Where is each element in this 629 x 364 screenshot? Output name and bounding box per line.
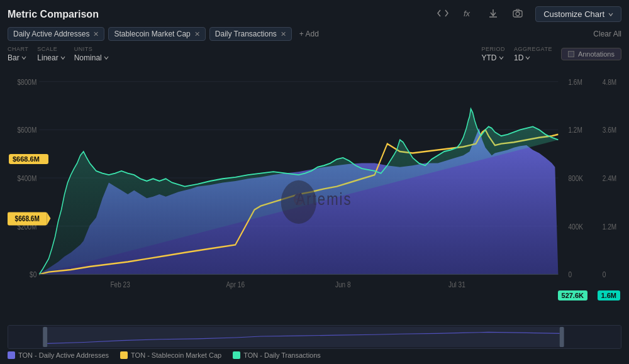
page-title: Metric Comparison <box>8 9 99 20</box>
svg-text:$400M: $400M <box>18 174 37 182</box>
svg-text:400K: 400K <box>568 223 583 231</box>
add-metric-button[interactable]: + Add <box>296 28 323 40</box>
tx-mid-badge-overlay: 527.6K <box>558 290 587 301</box>
main-container: Metric Comparison fx Customize Chart D <box>0 0 629 364</box>
svg-text:$800M: $800M <box>18 78 37 86</box>
aggregate-control: AGGREGATE 1D <box>514 46 552 62</box>
svg-text:0: 0 <box>603 270 606 279</box>
svg-text:4.8M: 4.8M <box>603 78 616 86</box>
fx-icon-button[interactable]: fx <box>461 8 476 21</box>
svg-point-4 <box>516 12 520 16</box>
tag-daily-active-close[interactable]: ✕ <box>93 30 99 38</box>
tag-stablecoin-close[interactable]: ✕ <box>194 30 200 38</box>
tags-left: Daily Active Addresses ✕ Stablecoin Mark… <box>8 27 323 41</box>
svg-rect-39 <box>560 327 564 347</box>
chart-select[interactable]: Bar <box>8 53 28 62</box>
svg-text:1.6M: 1.6M <box>568 78 582 86</box>
legend-color-daily-active <box>8 351 15 359</box>
tag-daily-tx[interactable]: Daily Transactions ✕ <box>209 27 292 41</box>
period-control: PERIOD YTD <box>482 46 506 62</box>
svg-rect-38 <box>43 327 47 347</box>
svg-text:Jul 31: Jul 31 <box>448 280 465 289</box>
svg-text:0: 0 <box>568 270 572 279</box>
svg-text:2.4M: 2.4M <box>603 174 616 182</box>
legend-item-stablecoin: TON - Stablecoin Market Cap <box>120 351 221 359</box>
svg-text:$0: $0 <box>30 270 36 279</box>
mini-chart-svg <box>8 326 621 348</box>
chart-svg: $800M $600M $400M $200M $0 1.6M 1.2M 800… <box>8 66 621 323</box>
camera-icon-button[interactable] <box>510 8 525 21</box>
controls-row: CHART Bar SCALE Linear UNITS Nominal <box>8 46 621 62</box>
svg-text:$600M: $600M <box>18 126 37 134</box>
svg-text:fx: fx <box>464 9 470 18</box>
annotations-badge[interactable]: Annotations <box>561 48 621 60</box>
stablecoin-badge-overlay: $668.6M <box>9 154 48 164</box>
annotations-square-icon <box>568 51 574 57</box>
scale-select[interactable]: Linear <box>37 53 65 62</box>
clear-all-button[interactable]: Clear All <box>593 30 621 38</box>
download-icon-button[interactable] <box>486 8 500 21</box>
tag-daily-tx-close[interactable]: ✕ <box>281 30 286 38</box>
chart-control: CHART Bar <box>8 46 28 62</box>
chart-area: $800M $600M $400M $200M $0 1.6M 1.2M 800… <box>8 66 621 323</box>
svg-rect-40 <box>47 327 559 347</box>
svg-text:$668.6M: $668.6M <box>15 214 40 223</box>
legend-row: TON - Daily Active Addresses TON - Stabl… <box>8 351 621 359</box>
units-select[interactable]: Nominal <box>74 53 109 62</box>
controls-left: CHART Bar SCALE Linear UNITS Nominal <box>8 46 109 62</box>
svg-text:Artemis: Artemis <box>296 190 352 209</box>
svg-marker-31 <box>47 212 50 225</box>
tags-row: Daily Active Addresses ✕ Stablecoin Mark… <box>8 27 621 41</box>
tag-daily-active[interactable]: Daily Active Addresses ✕ <box>8 27 104 41</box>
legend-color-stablecoin <box>120 351 128 359</box>
svg-text:800K: 800K <box>568 174 583 182</box>
period-select[interactable]: YTD <box>482 53 506 62</box>
customize-chart-label: Customize Chart <box>543 9 604 19</box>
svg-text:3.6M: 3.6M <box>603 126 616 134</box>
units-control: UNITS Nominal <box>74 46 109 62</box>
legend-color-daily-tx <box>233 351 240 359</box>
customize-chart-button[interactable]: Customize Chart <box>535 6 621 22</box>
header: Metric Comparison fx Customize Chart <box>8 6 621 22</box>
header-icons: fx Customize Chart <box>435 6 621 22</box>
tx-mid-value: 527.6K <box>562 292 584 299</box>
mini-chart[interactable] <box>8 325 621 349</box>
controls-right: PERIOD YTD AGGREGATE 1D Annotations <box>482 46 621 62</box>
svg-text:Apr 16: Apr 16 <box>226 280 245 289</box>
svg-text:Feb 23: Feb 23 <box>110 280 130 289</box>
tx-right-value: 1.6M <box>601 292 616 299</box>
scale-control: SCALE Linear <box>37 46 65 62</box>
legend-item-daily-active: TON - Daily Active Addresses <box>8 351 109 359</box>
tag-stablecoin[interactable]: Stablecoin Market Cap ✕ <box>108 27 205 41</box>
svg-text:1.2M: 1.2M <box>603 223 616 231</box>
svg-text:Jun 8: Jun 8 <box>335 280 351 289</box>
code-icon-button[interactable] <box>435 8 451 21</box>
legend-item-daily-tx: TON - Daily Transactions <box>233 351 321 359</box>
stablecoin-value: $668.6M <box>13 155 40 163</box>
tx-right-badge-overlay: 1.6M <box>598 290 620 301</box>
svg-text:1.2M: 1.2M <box>568 126 582 134</box>
aggregate-select[interactable]: 1D <box>514 53 552 62</box>
annotations-label: Annotations <box>578 50 615 58</box>
